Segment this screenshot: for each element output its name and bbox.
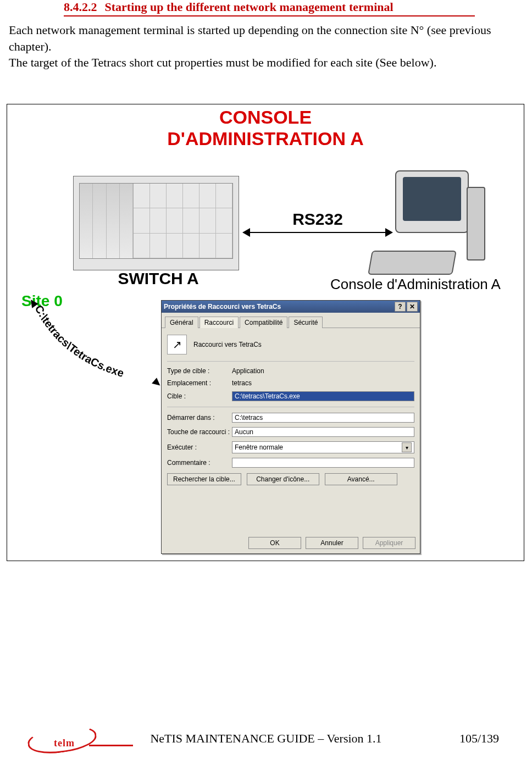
hotkey-input[interactable]: Aucun [232, 427, 414, 437]
figure-diagram: CONSOLE D'ADMINISTRATION A SWITCH A RS23… [7, 104, 524, 561]
advanced-button[interactable]: Avancé... [325, 473, 397, 485]
console-title-line2: D'ADMINISTRATION A [7, 128, 524, 149]
find-target-button[interactable]: Rechercher la cible... [167, 473, 241, 485]
run-label: Exécuter : [167, 444, 232, 451]
target-input[interactable]: C:\tetracs\TetraCs.exe [232, 391, 414, 401]
path-text-curve: C:\tetracs\TetraCs.exe [24, 302, 178, 396]
tab-shortcut[interactable]: Raccourci [199, 317, 239, 328]
comment-input[interactable] [232, 458, 414, 468]
page-footer: telm NeTIS MAINTENANCE GUIDE – Version 1… [0, 722, 532, 755]
console-title-line1: CONSOLE [7, 107, 524, 128]
target-type-label: Type de cible : [167, 367, 232, 375]
comment-label: Commentaire : [167, 459, 232, 467]
ok-button[interactable]: OK [248, 537, 301, 549]
path-text: C:\tetracs\TetraCs.exe [32, 303, 125, 379]
switch-label: SWITCH A [87, 269, 230, 288]
change-icon-button[interactable]: Changer d'icône... [247, 473, 319, 485]
cancel-button[interactable]: Annuler [306, 537, 358, 549]
console-title: CONSOLE D'ADMINISTRATION A [7, 107, 524, 149]
location-label: Emplacement : [167, 379, 232, 387]
startin-input[interactable]: C:\tetracs [232, 413, 414, 423]
svg-text:C:\tetracs\TetraCs.exe: C:\tetracs\TetraCs.exe [32, 303, 125, 379]
pc-illustration [370, 170, 485, 275]
section-heading: 8.4.2.2 Starting up the different networ… [64, 0, 475, 16]
paragraph-1: Each network management terminal is star… [9, 22, 523, 54]
body-text: Each network management terminal is star… [4, 22, 528, 71]
shortcut-icon: ↗ [167, 335, 187, 354]
brand-logo-text: telm [54, 738, 75, 749]
pc-label: Console d'Administration A [314, 276, 517, 293]
help-button[interactable]: ? [395, 302, 406, 312]
section-number: 8.4.2.2 [64, 0, 97, 14]
startin-label: Démarrer dans : [167, 414, 232, 422]
chevron-down-icon[interactable]: ▾ [402, 442, 412, 452]
target-label: Cible : [167, 392, 232, 400]
run-select[interactable]: Fenêtre normale ▾ [232, 441, 414, 453]
icon-caption: Raccourci vers TetraCs [193, 341, 262, 348]
rs232-label: RS232 [249, 210, 386, 229]
switch-illustration [73, 176, 239, 270]
tab-security[interactable]: Sécurité [289, 317, 323, 328]
target-type-value: Application [232, 367, 264, 375]
brand-logo: telm [27, 725, 99, 752]
tab-compatibility[interactable]: Compatibilité [240, 317, 287, 328]
footer-doc-title: NeTIS MAINTENANCE GUIDE – Version 1.1 [99, 731, 433, 746]
close-button[interactable]: ✕ [407, 302, 418, 312]
tab-general[interactable]: Général [165, 317, 198, 328]
run-value: Fenêtre normale [235, 444, 283, 451]
dialog-titlebar: Propriétés de Raccourci vers TetraCs ? ✕ [162, 301, 420, 313]
apply-button[interactable]: Appliquer [363, 537, 415, 549]
location-value: tetracs [232, 379, 252, 387]
hotkey-label: Touche de raccourci : [167, 428, 232, 436]
footer-page-number: 105/139 [433, 731, 499, 746]
section-title: Starting up the different network manage… [105, 0, 394, 14]
dialog-title: Propriétés de Raccourci vers TetraCs [164, 303, 281, 311]
properties-dialog: Propriétés de Raccourci vers TetraCs ? ✕… [161, 300, 420, 554]
paragraph-2: The target of the Tetracs short cut prop… [9, 54, 523, 71]
